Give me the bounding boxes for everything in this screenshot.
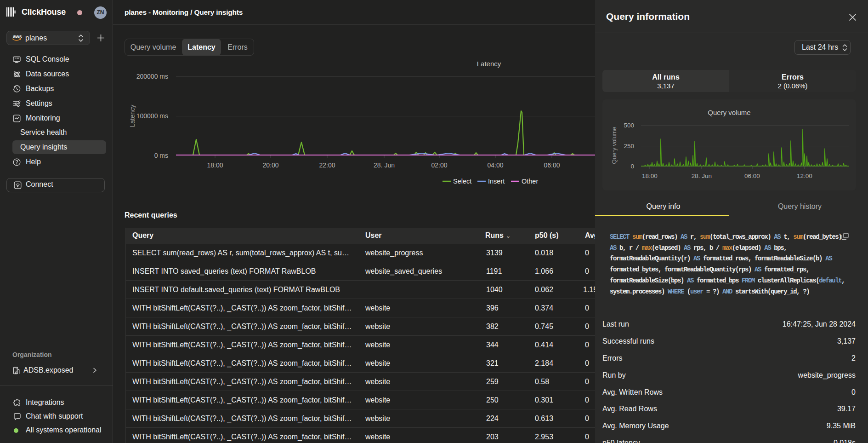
svg-text:06:00: 06:00 (744, 173, 760, 179)
svg-text:Select: Select (453, 178, 471, 185)
svg-text:12:00: 12:00 (797, 173, 812, 179)
svg-text:0: 0 (630, 163, 634, 170)
svg-text:Latency: Latency (129, 104, 136, 127)
svg-text:18:00: 18:00 (207, 161, 223, 169)
svg-text:200000 ms: 200000 ms (136, 73, 168, 80)
svg-text:04:00: 04:00 (487, 161, 503, 169)
svg-text:Other: Other (522, 178, 538, 185)
svg-text:28. Jun: 28. Jun (374, 161, 395, 169)
svg-text:18:00: 18:00 (642, 173, 658, 179)
svg-text:0 ms: 0 ms (154, 152, 168, 159)
svg-text:Query volume: Query volume (708, 109, 750, 116)
svg-text:500: 500 (624, 122, 634, 129)
svg-text:Query volume: Query volume (611, 127, 618, 164)
svg-text:06:00: 06:00 (544, 161, 560, 169)
svg-text:Latency: Latency (477, 60, 501, 68)
svg-text:100000 ms: 100000 ms (136, 112, 168, 120)
svg-text:20:00: 20:00 (262, 161, 278, 169)
svg-text:28. Jun: 28. Jun (692, 173, 712, 179)
svg-text:22:00: 22:00 (319, 161, 335, 169)
svg-text:Insert: Insert (488, 178, 505, 185)
svg-text:250: 250 (624, 143, 634, 150)
svg-text:02:00: 02:00 (431, 161, 447, 169)
